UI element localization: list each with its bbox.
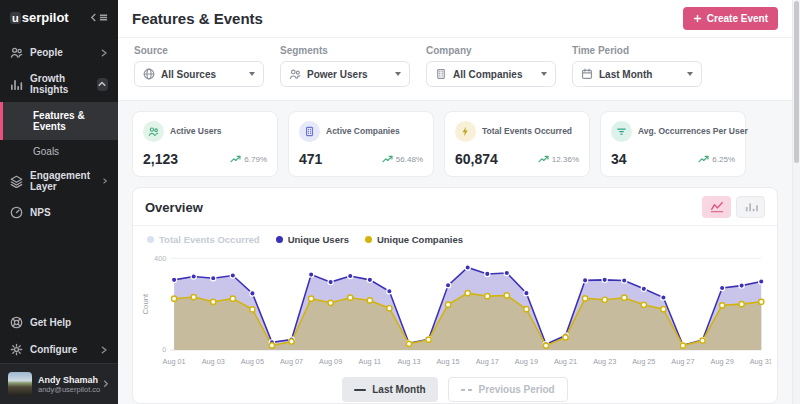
stat-label: Active Companies — [326, 127, 400, 136]
stat-card-active-users: Active Users2,1236.79% — [132, 111, 278, 177]
solid-line-icon — [354, 389, 366, 391]
legend-dot — [276, 236, 283, 243]
overview-title: Overview — [145, 200, 203, 215]
chevron-down-icon — [687, 72, 693, 76]
scrollbar-thumb[interactable] — [794, 1, 799, 163]
sidebar-item-nps[interactable]: NPS — [0, 199, 118, 226]
calendar-icon — [581, 68, 593, 80]
svg-text:Aug 17: Aug 17 — [476, 357, 499, 366]
chevron-right-icon — [100, 49, 108, 57]
sidebar-item-label: People — [30, 47, 63, 58]
user-email: andy@userpilot.co — [38, 385, 96, 394]
chevron-right-icon — [102, 177, 108, 185]
chevron-down-icon — [249, 72, 255, 76]
svg-text:Aug 01: Aug 01 — [163, 357, 186, 366]
sidebar-item-label: Configure — [30, 344, 77, 355]
legend-item-total-events-occurred[interactable]: Total Events Occurred — [147, 234, 260, 245]
svg-text:Aug 15: Aug 15 — [437, 357, 460, 366]
gear-icon — [10, 343, 23, 356]
stat-change-value: 6.25% — [712, 155, 735, 164]
stat-value: 471 — [299, 151, 322, 167]
stat-change: 56.48% — [382, 155, 423, 164]
sidebar-item-label: Features & Events — [33, 110, 85, 132]
filter-segments: SegmentsPower Users — [280, 45, 410, 87]
filter-label: Company — [426, 45, 556, 56]
svg-text:0: 0 — [162, 345, 166, 354]
bar-chart-icon — [10, 78, 23, 91]
segments-select[interactable]: Power Users — [280, 61, 410, 87]
period-toggle-previous-period[interactable]: Previous Period — [448, 377, 568, 402]
legend-label: Total Events Occurred — [159, 234, 260, 245]
company-select[interactable]: All Companies — [426, 61, 556, 87]
layers-icon — [10, 175, 23, 188]
sidebar-collapse-icon[interactable] — [90, 13, 108, 22]
stat-change: 6.79% — [230, 155, 267, 164]
svg-text:Aug 05: Aug 05 — [241, 357, 264, 366]
svg-text:Aug 29: Aug 29 — [711, 357, 734, 366]
period-toggle-last-month[interactable]: Last Month — [342, 377, 437, 402]
period-toggle-row: Last MonthPrevious Period — [133, 373, 777, 404]
filter-bar: SourceAll SourcesSegmentsPower UsersComp… — [118, 38, 792, 101]
building-icon — [435, 68, 447, 80]
sidebar-item-configure[interactable]: Configure — [0, 336, 118, 363]
svg-text:Aug 23: Aug 23 — [593, 357, 616, 366]
stat-value: 2,123 — [143, 151, 178, 167]
create-event-button[interactable]: Create Event — [683, 7, 778, 30]
stat-label: Active Users — [170, 127, 222, 136]
overview-card: Overview Total Events OccurredUnique Use… — [132, 187, 778, 404]
sidebar-item-growth-insights[interactable]: Growth Insights — [0, 66, 118, 102]
funnel-icon — [611, 121, 632, 142]
stat-change: 12.36% — [538, 155, 579, 164]
user-name: Andy Shamah — [38, 375, 96, 385]
legend-item-unique-users[interactable]: Unique Users — [276, 234, 349, 245]
source-select[interactable]: All Sources — [134, 61, 264, 87]
svg-text:Aug 11: Aug 11 — [359, 357, 382, 366]
stat-card-avg-occurrences-per-user: Avg. Occurrences Per User346.25% — [600, 111, 746, 177]
dashed-line-icon — [461, 389, 473, 391]
svg-text:400: 400 — [154, 254, 166, 263]
sidebar-item-get-help[interactable]: Get Help — [0, 309, 118, 336]
filter-label: Time Period — [572, 45, 702, 56]
logo-u-badge: u — [10, 12, 21, 24]
legend-dot — [147, 236, 154, 243]
page-scrollbar[interactable] — [792, 0, 800, 404]
sidebar-item-goals[interactable]: Goals — [0, 140, 118, 163]
time-period-select[interactable]: Last Month — [572, 61, 702, 87]
select-value: All Sources — [161, 69, 216, 80]
sidebar-item-engagement-layer[interactable]: Engagement Layer — [0, 163, 118, 199]
stat-card-total-events-occurred: Total Events Occurred60,87412.36% — [444, 111, 590, 177]
sidebar-item-label: Growth Insights — [30, 73, 90, 95]
sidebar-item-label: NPS — [30, 207, 51, 218]
bar-chart-icon — [744, 201, 758, 213]
stat-label: Avg. Occurrences Per User — [638, 127, 748, 136]
line-chart-toggle[interactable] — [702, 196, 731, 218]
svg-text:Aug 09: Aug 09 — [319, 357, 342, 366]
people-icon — [289, 68, 301, 80]
stat-change: 6.25% — [698, 155, 735, 164]
sidebar-item-features-events[interactable]: Features & Events — [0, 102, 118, 140]
chevron-up-icon[interactable] — [97, 78, 108, 91]
stat-change-value: 56.48% — [396, 155, 423, 164]
svg-text:Aug 19: Aug 19 — [515, 357, 538, 366]
globe-icon — [143, 68, 155, 80]
people-icon — [143, 121, 164, 142]
user-menu[interactable]: Andy Shamah andy@userpilot.co — [0, 363, 118, 404]
legend-item-unique-companies[interactable]: Unique Companies — [365, 234, 463, 245]
page-title: Features & Events — [132, 10, 263, 27]
chevron-down-icon — [395, 72, 401, 76]
gauge-icon — [10, 206, 23, 219]
select-value: All Companies — [453, 69, 522, 80]
select-value: Power Users — [307, 69, 368, 80]
sidebar-menu: PeopleGrowth InsightsFeatures & EventsGo… — [0, 39, 118, 226]
svg-text:Count: Count — [141, 293, 150, 315]
period-toggle-label: Previous Period — [479, 384, 555, 395]
chart-svg: 0400CountAug 01Aug 03Aug 05Aug 07Aug 09A… — [139, 247, 771, 373]
bar-chart-toggle[interactable] — [736, 196, 765, 218]
sidebar: userpilot PeopleGrowth InsightsFeatures … — [0, 0, 118, 404]
legend-label: Unique Users — [288, 234, 349, 245]
content: Active Users2,1236.79%Active Companies47… — [118, 101, 792, 404]
legend-label: Unique Companies — [377, 234, 463, 245]
overview-chart[interactable]: 0400CountAug 01Aug 03Aug 05Aug 07Aug 09A… — [133, 245, 777, 373]
sidebar-item-people[interactable]: People — [0, 39, 118, 66]
filter-source: SourceAll Sources — [134, 45, 264, 87]
